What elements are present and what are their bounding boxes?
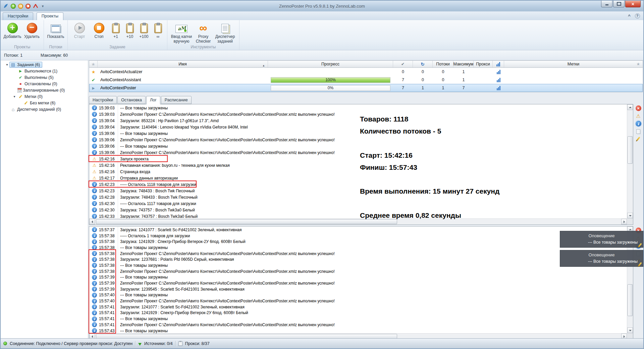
tree-item[interactable]: Задания (6) xyxy=(1,61,88,68)
column-labels[interactable]: Метки xyxy=(504,61,643,67)
title-bar[interactable]: ZennoPoster Pro v5.9.8.1 by ZennoLab.com xyxy=(1,1,643,11)
qat-pause-icon[interactable] xyxy=(18,4,23,9)
infinite-tries-button[interactable]: ∞ xyxy=(151,21,165,39)
column-favorite[interactable] xyxy=(89,61,98,67)
scroll-right-button[interactable] xyxy=(621,219,627,225)
log-row[interactable]: 15:39:04 Загрузили: 1140494 : Lenovo Ide… xyxy=(89,124,627,130)
log-row[interactable]: 15:57:40 --- Все товары загружены xyxy=(89,292,627,298)
qat-add-icon[interactable] xyxy=(11,4,16,9)
log-row[interactable]: 15:42:16 Рекламная компания: buyon.ru - … xyxy=(89,162,627,168)
log-row[interactable]: 15:57:43 --- Все товары загружены xyxy=(89,328,627,333)
log-row[interactable]: 15:57:39 Загрузили: 1239545 : Scarlett S… xyxy=(89,286,627,292)
log-row[interactable]: 15:42:16 Страница входа xyxy=(89,168,627,175)
tree-item[interactable]: Метки (0) xyxy=(1,93,88,100)
scroll-down-button[interactable] xyxy=(627,213,633,218)
tree-expander-icon[interactable] xyxy=(5,63,9,66)
add-project-button[interactable]: Добавить xyxy=(3,21,22,39)
start-button[interactable]: Старт xyxy=(70,21,89,39)
log-tab[interactable]: Расписание xyxy=(161,96,192,104)
tree-item[interactable]: Диспетчер заданий (0) xyxy=(1,106,88,112)
add-100-tries-button[interactable]: +100 xyxy=(137,21,151,39)
log-row[interactable]: 15:57:39 --- Все товары загружены xyxy=(89,275,627,281)
column-success[interactable] xyxy=(393,61,413,67)
manual-captcha-button[interactable]: Ввод капчи вручную xyxy=(169,21,194,44)
log-row[interactable]: 15:57:39 ZennoPoster Проект C:\ZennoPost… xyxy=(89,280,627,286)
stop-button[interactable]: Стоп xyxy=(89,21,109,39)
log-row[interactable]: 15:39:06 ZennoPoster Проект C:\ZennoPost… xyxy=(89,149,627,156)
column-name[interactable]: Имя xyxy=(98,61,268,67)
scroll-up-button[interactable] xyxy=(627,104,633,110)
tree-item[interactable]: Выполняются (1) xyxy=(1,68,88,74)
log-row[interactable]: 15:57:38 Загрузка: 1241929 : Спектр-Приб… xyxy=(89,239,627,245)
tree-item[interactable]: Остановлены (0) xyxy=(1,81,88,87)
scroll-thumb[interactable] xyxy=(628,284,633,316)
delete-project-button[interactable]: Удалить xyxy=(22,21,42,39)
table-row[interactable]: AvitoContextActualizer 0 0 0 1 xyxy=(89,68,643,76)
table-row[interactable]: AvitoContextPoster 0% 7 1 1 7 xyxy=(89,84,643,92)
log-row[interactable]: 15:39:03 ZennoPoster Проект C:\ZennoPost… xyxy=(89,111,627,117)
log-row[interactable]: 15:42:28 Загрузили: 748433 : Bosch Twk П… xyxy=(89,194,627,200)
log-row[interactable]: 15:39:06 ZennoPoster Проект C:\ZennoPost… xyxy=(89,137,627,143)
ribbon-tab-settings[interactable]: Настройки xyxy=(3,12,33,20)
log-row[interactable]: 15:42:30 Загрузка: 743757 : Bosch Twk3a0… xyxy=(89,207,627,213)
tree-item[interactable]: Без метки (6) xyxy=(1,100,88,106)
column-stats[interactable] xyxy=(493,61,504,67)
log-row[interactable]: 15:57:38 ZennoPoster Проект C:\ZennoPost… xyxy=(89,268,627,275)
help-icon[interactable] xyxy=(635,13,640,18)
notification-toast[interactable]: Оповещение --- Все товары загружены xyxy=(560,250,643,267)
notification-toast[interactable]: Оповещение --- Все товары загружены xyxy=(560,231,643,248)
log-row[interactable]: 15:42:16 Запуск проекта xyxy=(89,156,627,162)
proxy-checker-button[interactable]: Proxy Checker xyxy=(194,21,213,44)
add-10-tries-button[interactable]: +10 xyxy=(123,21,137,39)
log-row[interactable]: 15:57:41 ZennoPoster Проект C:\ZennoPost… xyxy=(89,322,627,328)
log-tab[interactable]: Остановка xyxy=(117,96,146,104)
log-row[interactable]: 15:57:38 ZennoPoster Проект C:\ZennoPost… xyxy=(89,251,627,257)
qat-stop-icon[interactable] xyxy=(25,4,31,9)
log-tab[interactable]: Лог xyxy=(146,96,160,104)
log-row[interactable]: 15:39:06 --- Все товары загружены xyxy=(89,143,627,149)
column-threads[interactable]: Потоки xyxy=(433,61,453,67)
qat-dropdown-icon[interactable] xyxy=(40,4,45,9)
scroll-thumb[interactable] xyxy=(96,219,397,224)
log-row[interactable]: 15:57:38 --- Все товары загружены xyxy=(89,245,627,251)
log-tab[interactable]: Настройки xyxy=(89,96,117,104)
minimize-button[interactable] xyxy=(601,1,612,7)
warnings-filter-icon[interactable] xyxy=(636,113,641,119)
task-dispatcher-button[interactable]: Диспетчер заданий xyxy=(213,21,237,44)
tree-expander-icon[interactable] xyxy=(12,95,17,98)
log-row[interactable]: 15:57:38 --- Все товары загружены xyxy=(89,262,627,268)
log-row[interactable]: 15:57:40 ZennoPoster Проект C:\ZennoPost… xyxy=(89,298,627,304)
edit-log-icon[interactable] xyxy=(636,136,641,142)
column-restarts[interactable] xyxy=(413,61,433,67)
table-row[interactable]: AvitoContextAssistant 100% 7 0 0 1 xyxy=(89,76,643,84)
column-progress[interactable]: Прогресс xyxy=(268,61,393,67)
column-proxy[interactable]: Прокси xyxy=(474,61,493,67)
log-row[interactable]: 15:57:41 --- Все товары загружены xyxy=(89,316,627,322)
horizontal-scrollbar[interactable] xyxy=(89,218,627,225)
tree-item[interactable]: Выполнены (5) xyxy=(1,74,88,81)
log-row[interactable]: 15:39:03 --- Все товары загружены xyxy=(89,105,627,111)
log-row[interactable]: 15:57:37 Загрузка: 1241077 : Scarlett Sc… xyxy=(89,227,627,233)
log-row[interactable]: 15:39:06 --- Все товары загружены xyxy=(89,130,627,137)
column-max[interactable]: Максимум xyxy=(453,61,474,67)
ribbon-minimize-icon[interactable] xyxy=(627,13,632,18)
close-button[interactable] xyxy=(625,1,641,7)
vertical-scrollbar[interactable] xyxy=(627,104,633,218)
log-row[interactable]: 15:57:41 Загрузили: 1241929 : Спектр-При… xyxy=(89,310,627,316)
clear-log-icon[interactable] xyxy=(636,105,641,111)
info-filter-icon[interactable] xyxy=(636,121,641,127)
log-row[interactable]: 15:42:30 ----- Осталось 1117 товаров для… xyxy=(89,200,627,207)
show-threads-button[interactable]: Показать xyxy=(46,21,65,39)
scroll-left-button[interactable] xyxy=(89,219,95,225)
maximize-button[interactable] xyxy=(613,1,625,7)
add-1-try-button[interactable]: +1 xyxy=(109,21,123,39)
log-row[interactable]: 15:39:04 Загрузили: 853224 : Hp Pavilion… xyxy=(89,117,627,124)
log-row[interactable]: 15:57:38 Загрузили: 1237681 : Polaris Pf… xyxy=(89,256,627,262)
ribbon-tab-projects[interactable]: Проекты xyxy=(37,12,63,20)
scroll-down-button[interactable] xyxy=(627,328,633,333)
log-row[interactable]: 15:42:33 Загрузили: 743757 : Bosch Twk3a… xyxy=(89,213,627,218)
tree-item[interactable]: Запланированные (0) xyxy=(1,87,88,93)
log-row[interactable]: 15:57:38 ----- Осталось 1 товаров для за… xyxy=(89,233,627,239)
log-row[interactable]: 15:42:23 Загрузка: 748433 : Bosch Twk Пе… xyxy=(89,188,627,194)
column-options-button[interactable] xyxy=(635,61,641,67)
